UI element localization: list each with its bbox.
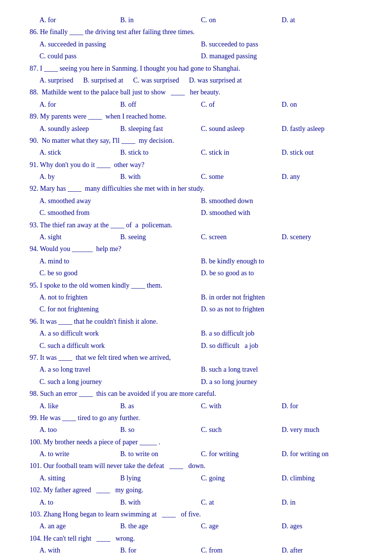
answer-option: D. was surprised at [189, 75, 242, 86]
content: A. for B. in C. on D. at 86. He finally … [30, 15, 362, 555]
answer-option: B. off [120, 99, 201, 110]
answer-option: D. ages [282, 521, 363, 532]
answer-option: A. surprised [39, 75, 73, 86]
q94-answers1: A. mind to B. be kindly enough to [30, 256, 362, 267]
question-99: 99. He was ____ tired to go any further. [30, 413, 362, 424]
question-97: 97. It was ____ that we felt tired when … [30, 352, 362, 363]
answer-option: A. too [39, 425, 120, 435]
answer-option: C. of [201, 99, 282, 110]
answer-option: A. sitting [39, 473, 120, 484]
answer-option: B. a so difficult job [201, 328, 362, 339]
answer-option: B. for [120, 545, 201, 555]
question-96: 96. It was ____ that he couldn't finish … [30, 316, 362, 327]
answer-option: A. by [39, 171, 120, 182]
answer-option: A. a so long travel [39, 364, 201, 375]
answer-option: C. for writing [201, 449, 282, 460]
answer-option: B. in order not frighten [201, 292, 362, 303]
answer-option: B. such a long travel [201, 364, 362, 375]
q102-answers: A. to B. with C. at D. in [30, 497, 362, 508]
answer-option: C. for not frightening [39, 304, 201, 315]
question-86: 86. He finally ____ the driving test aft… [30, 27, 362, 38]
question-98: 98. Such an error ____ this can be avoid… [30, 388, 362, 399]
answer-option: D. in [282, 497, 363, 508]
answer-option: D. climbing [282, 473, 363, 484]
answer-option: B. smoothed down [201, 196, 362, 207]
q87-answers: A. surprised B. surprised at C. was surp… [30, 75, 362, 86]
answer-option: B. succeeded to pass [201, 39, 362, 50]
answer-option: B. sleeping fast [120, 124, 201, 134]
answer-option: C. screen [201, 232, 282, 243]
answer-option: D. on [282, 99, 363, 110]
answer-option: B. stick to [120, 147, 201, 158]
answer-option: D. fastly asleep [282, 124, 363, 134]
answer-option: D. very much [282, 425, 363, 435]
answer-option: C. sound asleep [201, 124, 282, 134]
answer-option: C. on [201, 15, 282, 26]
q95-answers2: C. for not frightening D. so as not to f… [30, 304, 362, 315]
question-88: 88. Mathilde went to the palace ball jus… [30, 87, 362, 98]
q88-answers: A. for B. off C. of D. on [30, 99, 362, 110]
question-100: 100. My brother needs a piece of paper _… [30, 437, 362, 448]
answer-option: D. so as not to frighten [201, 304, 362, 315]
answer-option: A. soundly asleep [39, 124, 120, 134]
answer-option: C. could pass [39, 51, 201, 62]
answer-option: C. such [201, 425, 282, 435]
q95-answers1: A. not to frighten B. in order not frigh… [30, 292, 362, 303]
q93-answers: A. sight B. seeing C. screen D. scenery [30, 232, 362, 243]
answer-option: B. seeing [120, 232, 201, 243]
q92-answers2: C. smoothed from D. smoothed with [30, 208, 362, 218]
answer-option: C. going [201, 473, 282, 484]
answer-option: A. a so difficult work [39, 328, 201, 339]
answer-option: B. with [120, 497, 201, 508]
answer-option: C. smoothed from [39, 208, 201, 218]
question-103: 103. Zhang Hong began to learn swimming … [30, 509, 362, 520]
answer-option: D. after [282, 545, 363, 555]
q99-answers: A. too B. so C. such D. very much [30, 425, 362, 435]
answer-option: A. mind to [39, 256, 201, 267]
q94-answers2: C. be so good D. be so good as to [30, 268, 362, 279]
answer-option: B. as [120, 401, 201, 412]
answer-option: D. at [282, 15, 363, 26]
answer-option: D. any [282, 171, 363, 182]
answer-option: C. be so good [39, 268, 201, 279]
q97-answers1: A. a so long travel B. such a long trave… [30, 364, 362, 375]
answer-option: C. with [201, 401, 282, 412]
answer-option: B. in [120, 15, 201, 26]
answer-option: A. smoothed away [39, 196, 201, 207]
answer-option: B lying [120, 473, 201, 484]
q92-answers1: A. smoothed away B. smoothed down [30, 196, 362, 207]
answer-option: A. stick [39, 147, 120, 158]
answer-option: C. some [201, 171, 282, 182]
question-89: 89. My parents were ____ when I reached … [30, 111, 362, 122]
answer-option: A. sight [39, 232, 120, 243]
question-93: 93. The thief ran away at the ____ of a … [30, 220, 362, 231]
question-90: 90. No matter what they say, I'll ____ m… [30, 135, 362, 146]
answer-option: B. be kindly enough to [201, 256, 362, 267]
question-102: 102. My father agreed ____ my going. [30, 485, 362, 496]
question-104: 104. He can't tell right ____ wrong. [30, 533, 362, 544]
answer-option: A. to write [39, 449, 120, 460]
answer-option: A. for [39, 15, 120, 26]
answer-option: B. with [120, 171, 201, 182]
question-92: 92. Mary has ____ many difficulties she … [30, 183, 362, 194]
q90-answers: A. stick B. stick to C. stick in D. stic… [30, 147, 362, 158]
answer-option: C. was surprised [133, 75, 179, 86]
q97-answers2: C. such a long journey D. a so long jour… [30, 377, 362, 387]
answer-option: D. so difficult a job [201, 341, 362, 351]
q86-answers2: C. could pass D. managed passing [30, 51, 362, 62]
answer-option: A. succeeded in passing [39, 39, 201, 50]
answer-option: C. such a difficult work [39, 341, 201, 351]
answer-option: D. for writing on [282, 449, 363, 460]
answer-option: A. not to frighten [39, 292, 201, 303]
answer-option: C. age [201, 521, 282, 532]
answer-option: B. so [120, 425, 201, 435]
question-95: 95. I spoke to the old women kindly ____… [30, 280, 362, 291]
q96-answers1: A. a so difficult work B. a so difficult… [30, 328, 362, 339]
answer-option: B. surprised at [83, 75, 123, 86]
answer-option: A. to [39, 497, 120, 508]
q96-answers2: C. such a difficult work D. so difficult… [30, 341, 362, 351]
answer-option: B. to write on [120, 449, 201, 460]
answer-option: C. from [201, 545, 282, 555]
question-91: 91. Why don't you do it ____ other way? [30, 160, 362, 171]
answer-option: B. the age [120, 521, 201, 532]
